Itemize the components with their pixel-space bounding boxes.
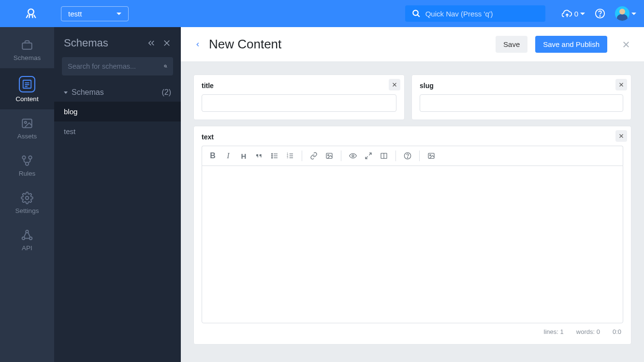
editor-toolbar: B I H 123 [202, 146, 623, 166]
help-button[interactable] [401, 149, 414, 163]
svg-point-44 [352, 155, 354, 157]
schema-item-label: test [64, 127, 75, 136]
help-icon [595, 8, 605, 19]
rail-label: Settings [15, 207, 39, 214]
help-button[interactable] [595, 8, 605, 19]
page-title: New Content [209, 37, 488, 52]
ul-button[interactable] [268, 149, 281, 163]
app-selector-dropdown[interactable]: testt [61, 6, 129, 21]
svg-point-48 [407, 157, 408, 158]
cloud-upload-icon [562, 8, 572, 19]
editor-textarea[interactable] [202, 166, 623, 323]
quick-nav[interactable] [405, 5, 545, 22]
back-button[interactable] [194, 41, 201, 48]
gear-icon [21, 192, 33, 204]
link-icon [310, 152, 318, 160]
schemas-panel: Schemas Schemas (2) blog test [54, 27, 181, 362]
quote-button[interactable] [252, 149, 266, 163]
cloud-count: 0 [574, 10, 578, 18]
link-button[interactable] [307, 149, 321, 163]
field-clear-button[interactable] [389, 79, 400, 90]
field-clear-button[interactable] [615, 130, 627, 142]
svg-point-4 [600, 15, 600, 16]
field-card-text: text B I H 123 [193, 126, 631, 345]
rail-item-api[interactable]: API [0, 221, 54, 258]
rail-item-rules[interactable]: Rules [0, 147, 54, 184]
title-input[interactable] [202, 94, 396, 112]
field-clear-button[interactable] [615, 79, 627, 90]
avatar [615, 6, 629, 21]
app-logo [8, 7, 54, 20]
eye-icon [349, 152, 357, 160]
save-button[interactable]: Save [496, 36, 527, 53]
ol-button[interactable]: 123 [283, 149, 297, 163]
list-ul-icon [271, 152, 278, 160]
help-icon [404, 152, 411, 160]
caret-down-icon [631, 13, 636, 15]
search-icon [164, 61, 167, 71]
svg-point-20 [164, 65, 166, 67]
heading-button[interactable]: H [237, 149, 250, 163]
panel-title: Schemas [64, 37, 108, 49]
user-menu[interactable] [615, 6, 636, 21]
content-header: New Content Save Save and Publish [181, 27, 644, 62]
bold-button[interactable]: B [206, 149, 220, 163]
schema-group-header[interactable]: Schemas (2) [54, 84, 181, 102]
field-card-slug: slug [411, 75, 631, 120]
quote-icon [255, 152, 263, 160]
svg-point-13 [26, 162, 29, 166]
svg-point-11 [22, 156, 26, 159]
columns-icon [380, 152, 388, 160]
quick-nav-input[interactable] [425, 10, 539, 18]
rail-item-content[interactable]: Content [0, 68, 54, 109]
italic-button[interactable]: I [221, 149, 235, 163]
asset-button[interactable] [424, 149, 438, 163]
schema-search-input[interactable] [68, 62, 159, 70]
search-icon [412, 9, 421, 18]
schema-item-label: blog [64, 107, 77, 116]
svg-rect-9 [22, 119, 32, 127]
caret-down-icon [117, 13, 121, 15]
svg-point-1 [413, 10, 418, 15]
svg-point-43 [328, 154, 329, 156]
field-label: title [202, 82, 396, 90]
list-ol-icon: 123 [286, 152, 294, 160]
image-button[interactable] [322, 149, 336, 163]
collapse-icon[interactable] [147, 39, 156, 47]
svg-point-50 [430, 154, 431, 156]
app-selector-label: testt [68, 10, 82, 18]
assets-icon [21, 117, 33, 130]
schema-item-blog[interactable]: blog [54, 102, 181, 121]
status-pos: 0:0 [613, 328, 621, 335]
svg-point-14 [26, 196, 29, 200]
fullscreen-button[interactable] [362, 149, 375, 163]
close-button[interactable] [622, 40, 630, 49]
group-count: (2) [161, 88, 171, 97]
maximize-icon [365, 152, 372, 160]
editor-status-bar: lines: 1 words: 0 0:0 [202, 323, 623, 336]
rail-item-schemas[interactable]: Schemas [0, 31, 54, 68]
rules-icon [21, 154, 33, 167]
svg-point-0 [28, 9, 34, 15]
content-area: New Content Save Save and Publish title [181, 27, 644, 362]
cloud-status[interactable]: 0 [562, 8, 585, 19]
schema-item-test[interactable]: test [54, 121, 181, 141]
rail-item-assets[interactable]: Assets [0, 109, 54, 147]
split-button[interactable] [377, 149, 391, 163]
close-icon[interactable] [162, 39, 171, 47]
slug-input[interactable] [420, 94, 623, 112]
picture-icon [427, 152, 435, 160]
svg-line-2 [417, 15, 420, 17]
topbar-right: 0 [562, 6, 636, 21]
schema-search[interactable] [62, 57, 173, 75]
save-publish-button[interactable]: Save and Publish [535, 36, 607, 53]
svg-point-12 [29, 156, 32, 159]
caret-down-icon [64, 91, 68, 94]
rail-label: Schemas [14, 54, 41, 61]
status-words: words: 0 [576, 328, 600, 335]
svg-line-21 [166, 67, 167, 68]
field-card-title: title [193, 75, 405, 120]
rail-item-settings[interactable]: Settings [0, 184, 54, 221]
preview-button[interactable] [346, 149, 360, 163]
field-label: slug [420, 82, 623, 90]
